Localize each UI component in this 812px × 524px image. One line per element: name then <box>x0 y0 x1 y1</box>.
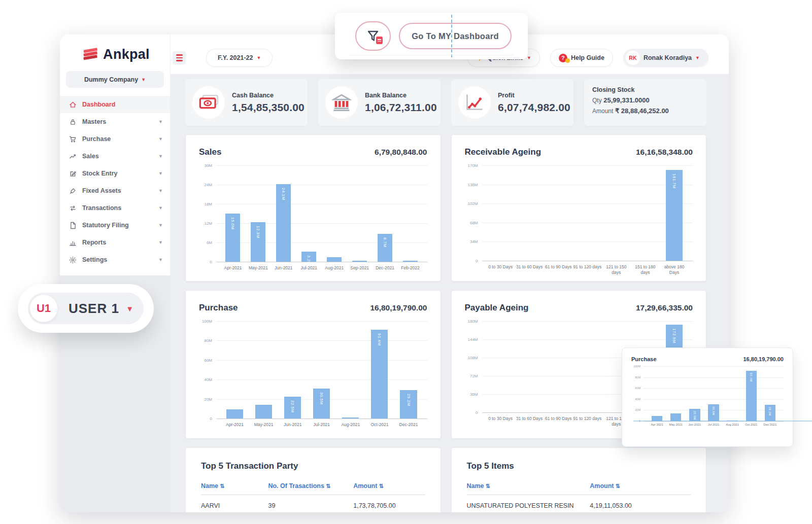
y-axis-tick: 60M <box>204 358 212 362</box>
bar-slot <box>515 321 544 412</box>
sort-icon[interactable]: ⇅ <box>326 483 330 489</box>
bar-slot: 29.2M <box>394 321 423 418</box>
x-axis-label: Jun 2021 <box>685 421 704 427</box>
chevron-down-icon: ▼ <box>158 257 163 262</box>
annotation-horizontal-line <box>633 421 812 422</box>
chevron-down-icon: ▼ <box>695 55 700 60</box>
column-header-amount[interactable]: Amount⇅ <box>590 482 691 490</box>
x-axis-label: Jul 2021 <box>704 421 723 427</box>
top-items-table: Name⇅Amount⇅UNSATURATED POLYESTER RESIN4… <box>467 482 691 509</box>
sidebar-item-sales[interactable]: Sales▼ <box>60 148 170 165</box>
bar-slot: 161.7M <box>660 165 689 261</box>
column-header-amount[interactable]: Amount⇅ <box>353 482 425 490</box>
chevron-down-icon: ▼ <box>527 55 531 60</box>
x-axis-label: Sep-2021 <box>347 262 373 271</box>
filter-button[interactable] <box>355 21 391 51</box>
sidebar-item-dashboard[interactable]: Dashboard <box>60 96 170 113</box>
bank-icon <box>325 86 358 119</box>
user-badge-name: USER 1 <box>69 301 119 317</box>
stat-label: Bank Balance <box>365 92 433 99</box>
bar-Dec-2021: 29.2M <box>400 390 417 418</box>
column-header-no-of-trasactions[interactable]: No. Of Trasactions⇅ <box>268 482 353 490</box>
fiscal-year-selector[interactable]: F.Y. 2021-22 ▼ <box>206 49 273 67</box>
stat-label: Closing Stock <box>592 86 705 93</box>
masters-icon <box>69 118 77 126</box>
chart-total: 16,80,19,790.00 <box>370 303 427 312</box>
hamburger-menu-icon[interactable] <box>173 51 186 64</box>
stat-value: 1,06,72,311.00 <box>365 101 433 114</box>
y-axis-tick: 6M <box>207 240 212 245</box>
sidebar-item-label: Masters <box>82 118 106 125</box>
x-axis-label: Jun-2021 <box>271 262 296 271</box>
bar-slot <box>486 321 515 412</box>
bar-value-label: 24.1M <box>281 188 286 200</box>
x-axis-label: Dec-2021 <box>373 262 398 271</box>
sidebar-item-label: Statutory Filing <box>82 222 129 229</box>
floating-user-switcher: U1 USER 1 ▼ <box>18 284 154 333</box>
sidebar-item-reports[interactable]: Reports▼ <box>60 234 170 251</box>
bar-value-label: 91.4M <box>377 333 382 346</box>
dashboard-icon <box>69 101 77 109</box>
bar-slot: 22.5M <box>278 321 307 418</box>
closing-stock-qty: Qty 25,99,331.0000 <box>592 96 705 104</box>
bar-slot <box>723 366 742 421</box>
user-switcher-button[interactable]: U1 USER 1 ▼ <box>28 293 144 324</box>
x-axis-label: 0 to 30 Days <box>486 261 515 275</box>
sort-icon[interactable]: ⇅ <box>379 483 383 489</box>
go-to-my-dashboard-button[interactable]: Go To MY Dashboard <box>399 23 512 49</box>
x-axis-label: May-2021 <box>246 262 271 271</box>
bar-Dec 2021: 29.2M <box>765 405 776 421</box>
purchase-mini-chart: 100M80M60M40M20M022.5M30.5M91.4M29.2MApr… <box>631 366 784 427</box>
bar-value-label: 30.5M <box>712 406 715 415</box>
amount-label: Amount <box>592 108 613 115</box>
gridline <box>482 261 693 261</box>
sort-icon[interactable]: ⇅ <box>220 483 224 489</box>
closing-stock-amount: Amount ₹ 28,88,46,252.00 <box>592 107 705 115</box>
sidebar-item-fixed-assets[interactable]: Fixed Assets▼ <box>60 182 170 199</box>
settings-icon <box>69 256 77 264</box>
sidebar-item-statutory-filing[interactable]: Statutory Filing▼ <box>60 217 170 234</box>
chart-total: 17,29,66,335.00 <box>636 303 693 312</box>
user-menu[interactable]: RK Ronak Koradiya ▼ <box>623 49 708 67</box>
bar-May-2021: 12.3M <box>251 222 265 262</box>
y-axis-tick: 40M <box>635 398 640 401</box>
reports-icon <box>69 239 77 247</box>
bar-slot <box>220 321 249 418</box>
bar-value-label: 30.5M <box>319 392 324 405</box>
bar-value-label: 8.7M <box>383 237 387 248</box>
x-axis-label: Aug-2021 <box>322 262 347 271</box>
table-cell: 4,19,11,053.00 <box>590 502 691 509</box>
purchase-icon <box>69 135 77 143</box>
sidebar-item-transactions[interactable]: Transactions▼ <box>60 199 170 217</box>
chart-total: 16,16,58,348.00 <box>636 148 693 157</box>
sort-icon[interactable]: ⇅ <box>616 483 620 489</box>
bar-slot: 91.4M <box>365 321 394 418</box>
top-transaction-party-card: Top 5 Transaction Party Name⇅No. Of Tras… <box>185 447 441 512</box>
bar-slot <box>347 165 373 262</box>
filter-badge-icon <box>376 37 383 44</box>
chevron-down-icon: ▼ <box>158 205 163 211</box>
column-header-name[interactable]: Name⇅ <box>201 482 268 490</box>
sidebar-item-settings[interactable]: Settings▼ <box>60 251 170 268</box>
sidebar-item-stock-entry[interactable]: Stock Entry▼ <box>60 165 170 182</box>
company-selector[interactable]: Dummy Company ▼ <box>66 71 164 88</box>
chevron-down-icon: ▼ <box>158 171 163 176</box>
column-header-name[interactable]: Name⇅ <box>467 482 590 490</box>
y-axis-tick: 80M <box>635 376 640 379</box>
help-guide-button[interactable]: ? Help Guide <box>550 49 613 67</box>
x-axis-label: Aug 2021 <box>723 421 742 427</box>
y-axis-tick: 68M <box>470 220 478 225</box>
bar-slot: 30.5M <box>307 321 336 418</box>
sidebar-item-purchase[interactable]: Purchase▼ <box>60 130 170 148</box>
brand-logo[interactable]: Ankpal <box>60 44 170 71</box>
chart-total: 16,80,19,790.00 <box>743 356 784 362</box>
bar-Sep-2021 <box>352 261 367 262</box>
bar-slot <box>544 165 573 261</box>
stat-texts: Bank Balance 1,06,72,311.00 <box>365 92 433 114</box>
sort-icon[interactable]: ⇅ <box>486 483 490 489</box>
bar-value-label: 29.2M <box>768 407 771 416</box>
sidebar-item-masters[interactable]: Masters▼ <box>60 113 170 130</box>
y-axis-tick: 0 <box>476 410 478 415</box>
stat-label: Profit <box>498 92 566 99</box>
closing-stock-card: Closing Stock Qty 25,99,331.0000 Amount … <box>584 79 706 126</box>
